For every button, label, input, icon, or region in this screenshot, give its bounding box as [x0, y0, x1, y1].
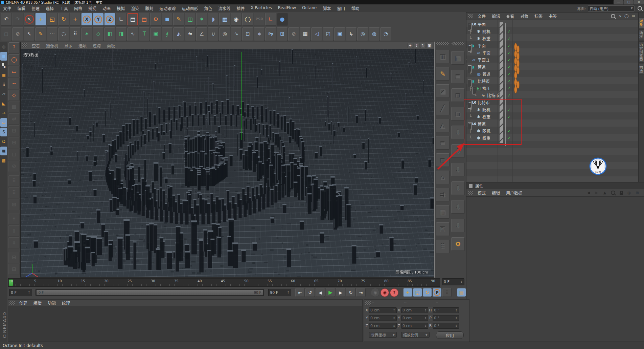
attribute-manager-menu-item-1[interactable]: 编辑	[489, 190, 503, 196]
frame-range-slider[interactable]: 0 F 90 F	[36, 289, 264, 296]
enable-check-icon[interactable]: ✓	[507, 35, 511, 42]
tab-structure[interactable]: 构造	[639, 64, 644, 74]
viewport-divider[interactable]	[434, 42, 435, 278]
cube-a-icon[interactable]: ◻	[451, 88, 465, 102]
render-visibility-dots[interactable]	[505, 137, 506, 144]
object-row[interactable]: ├✱随机✓	[466, 28, 638, 35]
main-menu-item-21[interactable]: 帮助	[348, 5, 362, 11]
mograph-star-icon[interactable]: ✶	[81, 27, 92, 41]
plane-drop-icon-4[interactable]: ⇩	[451, 181, 465, 195]
settings-gear-icon[interactable]: ⚙	[451, 237, 465, 251]
size-z-field[interactable]: 0 cm↕	[401, 323, 428, 329]
magnet-tool-icon[interactable]: Ω	[0, 137, 7, 146]
attribute-manager-menu-item-0[interactable]: 模式	[475, 190, 489, 196]
drag-handle-icon[interactable]	[22, 43, 27, 47]
frame-end-spinner[interactable]: 90 F ↕	[268, 289, 291, 296]
workplane-icon[interactable]: ∟	[265, 13, 276, 26]
rect-select-icon[interactable]: ▭	[8, 66, 20, 77]
object-label[interactable]: 挤压	[482, 85, 490, 92]
record-position-icon[interactable]: +	[403, 288, 412, 297]
record-scale-icon[interactable]: ◱	[413, 288, 422, 297]
mograph-hex-icon[interactable]: ◇	[93, 27, 104, 41]
object-row[interactable]: └∿比特币✓	[466, 92, 638, 99]
record-pla-icon[interactable]: ⠿	[442, 288, 452, 297]
plane-drop-icon-2[interactable]: ⇩	[451, 144, 465, 158]
rings-icon[interactable]: ◎	[219, 27, 230, 41]
material-manager-menu-item-1[interactable]: 编辑	[30, 300, 45, 306]
maximize-button[interactable]: □	[624, 0, 634, 4]
enable-check-icon[interactable]: ✓	[507, 56, 511, 63]
effector-fx-icon[interactable]: fx	[185, 27, 196, 41]
coordinate-system-dropdown[interactable]: 世界坐标 ▼	[369, 332, 397, 338]
om-filter-icon[interactable]: ◯	[624, 14, 629, 19]
dots-up-icon[interactable]: ⇧	[8, 225, 20, 237]
enable-check-icon[interactable]: ✓	[507, 28, 511, 35]
main-menu-item-14[interactable]: 流水线	[215, 5, 233, 11]
enable-check-icon[interactable]: ✓	[507, 49, 511, 56]
scale-mode-dropdown[interactable]: 缩放比例 ▼	[401, 332, 430, 338]
om-search-icon[interactable]	[610, 14, 616, 19]
dots-a-icon[interactable]: ⠿	[8, 175, 20, 187]
material-manager-menu-item-3[interactable]: 纹理	[59, 300, 73, 306]
object-row[interactable]: └✱权重✓	[466, 134, 638, 141]
arrange-a-icon[interactable]: ⊟	[8, 125, 20, 136]
am-lock-icon[interactable]	[618, 190, 624, 196]
object-row[interactable]: ─▱平面.1✓	[466, 56, 638, 63]
mouse-mode-icon[interactable]: ▭	[0, 118, 7, 127]
box-view-icon[interactable]: ◼	[0, 52, 7, 61]
lasso-select-icon[interactable]: ∽	[8, 78, 20, 89]
object-manager-menu-item-5[interactable]: 书签	[546, 13, 560, 19]
main-menu-item-7[interactable]: 动画	[99, 5, 114, 11]
rotation-b-field[interactable]: 0 °↕	[433, 323, 459, 329]
paint-points-icon[interactable]: ✎	[35, 27, 46, 41]
timeline-frame-spinner[interactable]: 0 F ↕	[442, 278, 464, 285]
object-label[interactable]: 管道	[478, 120, 486, 127]
live-selection-icon[interactable]: ↖	[24, 13, 35, 26]
poly-split-icon[interactable]: ◧	[104, 27, 115, 41]
scale-tool-icon[interactable]: ◱	[47, 13, 58, 26]
object-row[interactable]: └◍管道✓	[466, 70, 638, 78]
plane-drop-icon-5[interactable]: ⇩	[451, 200, 465, 214]
layer-stack-icon[interactable]: ≡	[436, 136, 450, 150]
object-row[interactable]: −L0平面	[466, 21, 638, 28]
spline-dots-icon[interactable]: ∿	[127, 27, 138, 41]
solid-cube-icon[interactable]: ◻	[436, 153, 450, 167]
object-manager-menu-item-0[interactable]: 文件	[475, 13, 489, 19]
object-label[interactable]: 随机	[482, 127, 490, 134]
poly-cage-icon[interactable]: ◨	[116, 27, 127, 41]
dots-c-icon[interactable]: ⠿	[8, 214, 20, 225]
weights-icon[interactable]: ▩	[8, 102, 20, 113]
timeline-ruler[interactable]: 051015202530354045505560657075808590	[8, 278, 440, 287]
last-tool-icon[interactable]: +	[70, 13, 81, 26]
dots-grid-icon[interactable]: ⠿	[70, 27, 81, 41]
main-menu-item-8[interactable]: 模拟	[114, 5, 128, 11]
size-y-field[interactable]: 0 cm↕	[401, 315, 428, 321]
main-menu-item-19[interactable]: 脚本	[320, 5, 334, 11]
object-label[interactable]: 权重	[482, 113, 490, 120]
bridge-icon[interactable]: ⌂	[436, 171, 450, 184]
material-manager-menu-item-2[interactable]: 功能	[45, 300, 59, 306]
capsules-target-icon[interactable]: ◎	[357, 27, 368, 41]
axis-arrow-icon[interactable]: →	[0, 109, 7, 117]
prism-icon[interactable]: ◭	[436, 119, 450, 132]
help-tool-icon[interactable]: ?	[8, 42, 20, 53]
object-label[interactable]: 随机	[482, 106, 490, 113]
motion-system-icon[interactable]: ▤	[457, 288, 466, 297]
scatter-plane-icon[interactable]: ⇩	[451, 219, 465, 232]
drag-handle-icon[interactable]	[9, 301, 15, 305]
record-parameter-icon[interactable]: P	[433, 288, 442, 297]
dots-circle-icon[interactable]: ◌	[58, 27, 69, 41]
goto-end-button[interactable]: ⇥	[356, 288, 366, 297]
main-menu-item-12[interactable]: 运动图形	[179, 5, 201, 11]
main-menu-item-2[interactable]: 创建	[28, 5, 43, 11]
spinner-arrows-icon[interactable]: ↕	[424, 317, 427, 320]
swirl-spline-icon[interactable]: ∮	[162, 27, 173, 41]
main-menu-item-1[interactable]: 编辑	[14, 5, 28, 11]
play-reverse-button[interactable]: ↺	[305, 288, 315, 297]
grid-rotate-icon[interactable]: ▩	[0, 156, 7, 165]
main-menu-item-20[interactable]: 窗口	[334, 5, 348, 11]
drag-handle-icon[interactable]	[468, 191, 473, 195]
viewport-menu-item-5[interactable]: 面板	[104, 43, 118, 48]
tab-objects[interactable]: 对象	[639, 18, 644, 28]
render-settings-icon[interactable]: ⚙	[150, 13, 161, 26]
